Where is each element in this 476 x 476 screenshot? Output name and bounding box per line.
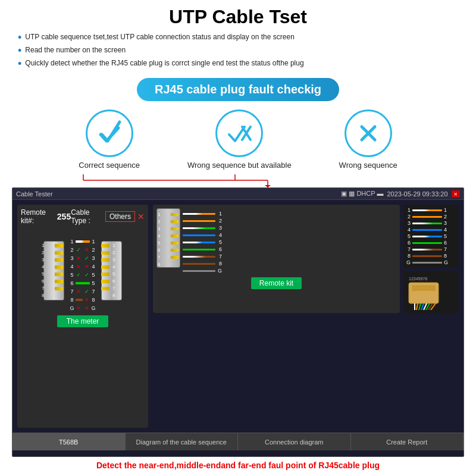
correct-circle	[86, 109, 133, 157]
right-top: 1 2 3 4 5 6 7 8	[153, 205, 459, 313]
wires-center: 1 1 2 ✓ ✕ 2	[70, 231, 96, 312]
wrong-available-circle	[215, 109, 263, 157]
icon-wrong-label: Wrong sequence	[339, 161, 397, 170]
dhcp-icon: ▣ ▦ DHCP ▬	[341, 190, 383, 198]
remote-wires: 1 2 3 4 5 6 7 8	[156, 208, 396, 274]
wire-row-6: 6 5	[70, 280, 96, 287]
wire-row-1: 1 1	[70, 238, 96, 245]
icon-correct-label: Correct sequence	[79, 161, 140, 170]
wire-row-3: 3 ✕ ✓ 3	[70, 255, 96, 262]
icon-correct: Correct sequence	[79, 109, 140, 170]
icons-row: Correct sequence Wrong sequence but avai…	[12, 109, 464, 170]
remote-kit-label: Remote kit#:	[21, 208, 57, 225]
icon-wrong-available-label: Wrong sequence but available	[187, 161, 292, 170]
wrong-circle	[345, 109, 392, 157]
bullet-3: • Quickly detect whether the RJ45 cable …	[18, 59, 464, 70]
screenshot-area: Cable Tester ▣ ▦ DHCP ▬ 2023-05-29 09:33…	[12, 187, 464, 457]
svg-line-13	[416, 303, 418, 310]
titlebar-right: ▣ ▦ DHCP ▬ 2023-05-29 09:33:20 ×	[341, 190, 460, 198]
meter-button[interactable]: The meter	[57, 315, 109, 327]
left-panel: Remote kit#: 255 Cable Type : Others ✕	[17, 205, 148, 428]
remote-kit-value: 255	[57, 212, 71, 221]
wire-display: 1 2 3 4 5 6 7 8	[40, 231, 125, 312]
titlebar-date: 2023-05-29 09:33:20	[387, 190, 447, 198]
titlebar: Cable Tester ▣ ▦ DHCP ▬ 2023-05-29 09:33…	[12, 188, 464, 200]
tab-diagram-sequence[interactable]: Diagram of the cable sequence	[126, 433, 239, 450]
titlebar-title: Cable Tester	[16, 190, 53, 198]
rj45-connector-image: 12345678	[403, 271, 459, 313]
wire-row-5: 5 ✓ ✓ 5	[70, 271, 96, 278]
wire-row-g: G ✕ ✕ G	[70, 305, 96, 312]
cable-type-row: Cable Type : Others ✕	[71, 208, 145, 225]
svg-text:12345678: 12345678	[409, 277, 427, 281]
right-plug: 1 2 3 4 5 6 7 8	[98, 238, 125, 303]
left-plug: 1 2 3 4 5 6 7 8	[40, 238, 67, 303]
tab-t568b[interactable]: T568B	[12, 433, 126, 450]
remote-info-row: Remote kit#: 255 Cable Type : Others ✕	[21, 208, 145, 225]
bullet-dot-2: •	[18, 45, 21, 57]
icon-wrong-available: Wrong sequence but available	[187, 109, 292, 170]
bullet-list: • UTP cable sequence tset,test UTP cable…	[12, 33, 464, 72]
bullet-2: • Read the number on the screen	[18, 46, 464, 57]
svg-line-15	[421, 303, 424, 310]
right-side: 1 1 2 2 3	[403, 205, 459, 313]
main-content: Remote kit#: 255 Cable Type : Others ✕	[12, 200, 464, 433]
fault-banner: RJ45 cable plug fault checkig	[137, 78, 339, 101]
cable-type-value: Others	[105, 211, 135, 222]
svg-rect-11	[412, 285, 436, 291]
cable-type-x[interactable]: ✕	[137, 212, 145, 221]
connector-lines	[36, 174, 440, 187]
wire-row-7: 7 ✕ ✓ 7	[70, 288, 96, 295]
wire-row-2: 2 ✓ ✕ 2	[70, 246, 96, 253]
remote-kit-button[interactable]: Remote kit	[251, 277, 302, 289]
close-button[interactable]: ×	[452, 190, 460, 198]
bullet-dot-1: •	[18, 32, 21, 44]
remote-plug: 1 2 3 4 5 6 7 8	[156, 208, 180, 268]
wire-row-4: 4 ✕ ✕ 4	[70, 263, 96, 270]
footer-text: Detect the near-end,middle-endand far-en…	[96, 461, 380, 470]
bottom-tabs: T568B Diagram of the cable sequence Conn…	[12, 433, 464, 450]
wire-row-8: 8 ✕ 8	[70, 296, 96, 303]
bullet-dot-3: •	[18, 58, 21, 70]
right-panel: 1 2 3 4 5 6 7 8	[153, 205, 459, 428]
left-plug-container: 1 2 3 4 5 6 7 8	[40, 231, 67, 312]
tab-connection-diagram[interactable]: Connection diagram	[238, 433, 351, 450]
page-title: UTP Cable Tset	[169, 6, 307, 28]
number-diagram: 1 1 2 2 3	[403, 205, 459, 268]
remote-kit-panel: 1 2 3 4 5 6 7 8	[153, 205, 400, 313]
bullet-1: • UTP cable sequence tset,test UTP cable…	[18, 33, 464, 44]
icon-wrong: Wrong sequence	[339, 109, 397, 170]
cable-type-label: Cable Type :	[71, 208, 103, 225]
svg-line-14	[419, 303, 421, 310]
tab-create-report[interactable]: Create Report	[351, 433, 464, 450]
